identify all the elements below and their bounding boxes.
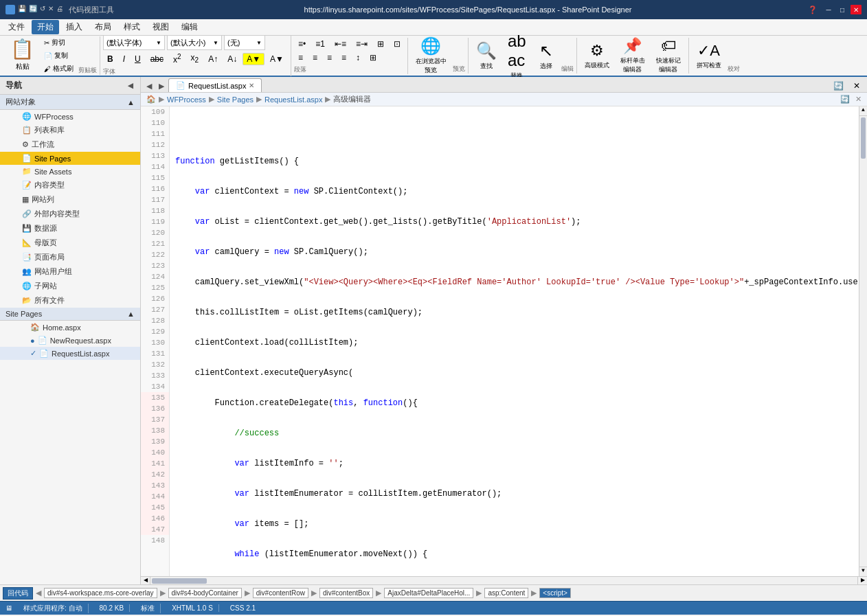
nav-item-masterpage[interactable]: 📐 母版页 bbox=[0, 236, 140, 250]
nav-item-subsites[interactable]: 🌐 子网站 bbox=[0, 279, 140, 293]
font-name-dropdown[interactable]: (默认字体) ▼ bbox=[103, 35, 165, 50]
italic-btn[interactable]: I bbox=[119, 53, 129, 65]
scroll-left-btn[interactable]: ◀ bbox=[141, 577, 150, 585]
nav-icon-lists: 📋 bbox=[22, 126, 32, 135]
nav-back-btn[interactable]: ◀ bbox=[144, 80, 155, 92]
help-icon[interactable]: ❓ bbox=[808, 5, 818, 14]
nav-item-external[interactable]: 🔗 外部内容类型 bbox=[0, 207, 140, 221]
menu-view[interactable]: 视图 bbox=[147, 20, 174, 34]
nav-item-newrequest[interactable]: ● 📄 NewRequest.aspx bbox=[0, 334, 140, 347]
nav-section-site-pages[interactable]: Site Pages ▲ bbox=[0, 308, 140, 321]
code-mode-btn[interactable]: 回代码 bbox=[3, 587, 33, 600]
maximize-btn[interactable]: □ bbox=[837, 5, 848, 14]
nav-item-workflows[interactable]: ⚙ 工作流 bbox=[0, 137, 140, 152]
nav-item-requestlist[interactable]: ✓ 📄 RequestList.aspx bbox=[0, 347, 140, 360]
menu-start[interactable]: 开始 bbox=[32, 20, 59, 34]
nav-section-site-objects[interactable]: 网站对象 ▲ bbox=[0, 95, 140, 110]
nav-item-site-assets[interactable]: 📁 Site Assets bbox=[0, 165, 140, 178]
bottom-tag-box[interactable]: div#contentBox bbox=[319, 588, 373, 598]
nav-item-allfiles[interactable]: 📂 所有文件 bbox=[0, 293, 140, 308]
replace-button[interactable]: abac 替换 bbox=[503, 38, 531, 73]
align-justify-btn[interactable]: ≡ bbox=[337, 52, 350, 64]
align-center-btn[interactable]: ≡ bbox=[308, 52, 322, 64]
bottom-tag-script[interactable]: <script> bbox=[539, 588, 571, 598]
breadcrumb-action2[interactable]: ✕ bbox=[855, 95, 862, 104]
breadcrumb-action1[interactable]: 🔄 bbox=[840, 95, 850, 104]
underline-btn[interactable]: U bbox=[131, 53, 145, 65]
spell-check-button[interactable]: ✓A 拼写检查 bbox=[692, 38, 726, 73]
advanced-mode-button[interactable]: ⚙ 高级模式 bbox=[580, 38, 614, 73]
select-button[interactable]: ↖ 选择 bbox=[532, 38, 560, 73]
breadcrumb-path2[interactable]: RequestList.aspx bbox=[264, 95, 322, 104]
nav-item-wfprocess[interactable]: 🌐 WFProcess bbox=[0, 110, 140, 123]
font-size-down-btn[interactable]: A↓ bbox=[223, 53, 241, 65]
scroll-up-btn[interactable]: ▲ bbox=[859, 106, 867, 116]
paste-button[interactable]: 📋 粘贴 bbox=[5, 36, 39, 72]
nav-item-pagelayout[interactable]: 📑 页面布局 bbox=[0, 250, 140, 264]
nav-forward-btn[interactable]: ▶ bbox=[156, 80, 167, 92]
align-options-btn[interactable]: ⊞ bbox=[373, 38, 388, 50]
subscript-btn[interactable]: x2 bbox=[187, 52, 203, 65]
bottom-tag-row[interactable]: div#contentRow bbox=[253, 588, 308, 598]
nav-item-lists[interactable]: 📋 列表和库 bbox=[0, 123, 140, 137]
nav-icon-workflows: ⚙ bbox=[22, 140, 29, 149]
find-button[interactable]: 🔍 查找 bbox=[471, 38, 502, 73]
breadcrumb-root[interactable]: WFProcess bbox=[167, 95, 206, 104]
single-click-edit-button[interactable]: 📌 标杆单击编辑器 bbox=[616, 38, 650, 73]
scroll-thumb[interactable] bbox=[861, 117, 866, 159]
scrollbar-vertical[interactable]: ▲ ▼ bbox=[859, 106, 867, 576]
bottom-tag-content[interactable]: asp:Content bbox=[484, 588, 528, 598]
indent-right-btn[interactable]: ≡⇥ bbox=[352, 38, 372, 50]
edit-label: 编辑 bbox=[561, 65, 574, 73]
breadcrumb-path1[interactable]: Site Pages bbox=[217, 95, 254, 104]
nav-item-site-pages[interactable]: 📄 Site Pages bbox=[0, 152, 140, 165]
spacing-btn[interactable]: ↕ bbox=[352, 52, 364, 64]
font-size-up-btn[interactable]: A↑ bbox=[204, 53, 222, 65]
bottom-tag-ajax[interactable]: AjaxDelta#DeltaPlaceHol... bbox=[384, 588, 473, 598]
list-ordered-btn[interactable]: ≡1 bbox=[311, 38, 329, 50]
editor-refresh-btn[interactable]: 🔄 bbox=[829, 80, 848, 92]
quick-tag-button[interactable]: 🏷 快速标记编辑器 bbox=[651, 38, 686, 73]
bottom-tag-workspace[interactable]: div#s4-workspace.ms-core-overlay bbox=[44, 588, 157, 598]
editor-close-btn[interactable]: ✕ bbox=[849, 80, 864, 92]
list-unordered-btn[interactable]: ≡• bbox=[294, 38, 310, 50]
scroll-down-btn[interactable]: ▼ bbox=[859, 567, 867, 576]
tab-close-btn[interactable]: ✕ bbox=[249, 82, 254, 89]
scroll-right-btn[interactable]: ▶ bbox=[857, 577, 867, 585]
nav-item-columns[interactable]: ▦ 网站列 bbox=[0, 192, 140, 207]
nav-collapse-btn[interactable]: ◀ bbox=[126, 80, 135, 91]
menu-layout[interactable]: 布局 bbox=[89, 20, 117, 34]
scroll-hthumb[interactable] bbox=[152, 578, 207, 584]
code-editor[interactable]: 109 110 111 112 113 114 115 116 117 118 … bbox=[141, 106, 867, 576]
scrollbar-horizontal[interactable]: ◀ ▶ bbox=[141, 576, 867, 584]
indent-left-btn[interactable]: ⇤≡ bbox=[330, 38, 350, 50]
font-color-btn[interactable]: A▼ bbox=[266, 53, 288, 65]
align-left-btn[interactable]: ≡ bbox=[294, 52, 307, 64]
more-para-btn[interactable]: ⊞ bbox=[365, 52, 381, 64]
format-painter-button[interactable]: 🖌 格式刷 bbox=[41, 62, 77, 75]
style-dropdown[interactable]: (无) ▼ bbox=[224, 35, 265, 50]
browser-preview-button[interactable]: 🌐 在浏览器中预览 bbox=[411, 38, 451, 73]
table-btn[interactable]: ⊡ bbox=[390, 38, 405, 50]
code-content[interactable]: function getListItems() { var clientCont… bbox=[170, 106, 859, 576]
nav-item-datasource[interactable]: 💾 数据源 bbox=[0, 221, 140, 236]
tab-requestlist[interactable]: 📄 RequestList.aspx ✕ bbox=[168, 78, 262, 92]
font-size-dropdown[interactable]: (默认大小) ▼ bbox=[167, 35, 222, 50]
menu-insert[interactable]: 插入 bbox=[60, 20, 88, 34]
menu-edit[interactable]: 编辑 bbox=[176, 20, 203, 34]
copy-button[interactable]: 📄 复制 bbox=[41, 49, 77, 62]
minimize-btn[interactable]: ─ bbox=[823, 5, 834, 14]
nav-item-content-types[interactable]: 📝 内容类型 bbox=[0, 178, 140, 192]
highlight-btn[interactable]: A▼ bbox=[243, 53, 264, 65]
menu-file[interactable]: 文件 bbox=[3, 20, 30, 34]
menu-style[interactable]: 样式 bbox=[118, 20, 146, 34]
bold-btn[interactable]: B bbox=[103, 53, 117, 65]
bottom-tag-body[interactable]: div#s4-bodyContainer bbox=[168, 588, 242, 598]
strikethrough-btn[interactable]: abc bbox=[146, 53, 168, 65]
nav-item-groups[interactable]: 👥 网站用户组 bbox=[0, 264, 140, 279]
nav-item-home[interactable]: 🏠 Home.aspx bbox=[0, 321, 140, 334]
superscript-btn[interactable]: x2 bbox=[169, 52, 185, 66]
cut-button[interactable]: ✂ 剪切 bbox=[41, 36, 77, 49]
align-right-btn[interactable]: ≡ bbox=[323, 52, 336, 64]
close-btn[interactable]: ✕ bbox=[851, 5, 862, 14]
